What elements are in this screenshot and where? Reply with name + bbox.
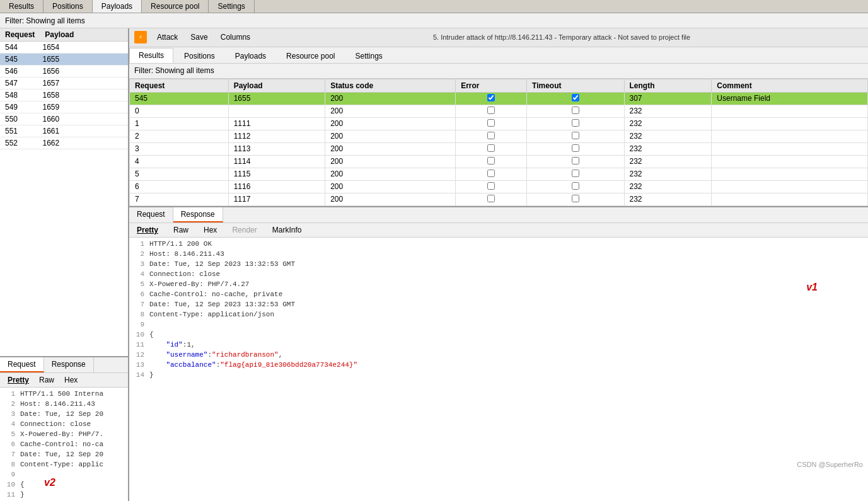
left-table-row[interactable]: 5491659 [0, 101, 128, 113]
table-row[interactable]: 0 200 232 [130, 105, 868, 117]
bottom-format-markinfo[interactable]: MarkInfo [267, 224, 307, 236]
outer-tab-payloads[interactable]: Payloads [93, 0, 142, 13]
left-format-hex[interactable]: Hex [59, 374, 83, 386]
line-content: Date: Tue, 12 Sep 2023 13:32:53 GMT [149, 299, 295, 309]
line-number: 11 [132, 340, 144, 350]
left-table-row[interactable]: 5511661 [0, 125, 128, 137]
col-error[interactable]: Error [456, 79, 527, 92]
left-code-line: 8Content-Type: applic [3, 459, 125, 469]
cell-length: 232 [624, 142, 712, 155]
bottom-code-line: 10{ [132, 330, 865, 340]
timeout-checkbox[interactable] [572, 132, 579, 139]
left-table-row[interactable]: 5441654 [0, 42, 128, 54]
cell-timeout [527, 193, 625, 205]
table-row[interactable]: 3 1113 200 232 [130, 142, 868, 155]
col-request[interactable]: Request [130, 79, 229, 92]
left-table-row[interactable]: 5451655 [0, 54, 128, 66]
table-row[interactable]: 4 1114 200 232 [130, 155, 868, 168]
timeout-checkbox[interactable] [572, 182, 579, 190]
csdn-watermark: CSDN @SuperherRo [797, 461, 863, 468]
error-checkbox[interactable] [487, 107, 495, 114]
save-button[interactable]: Save [188, 32, 210, 42]
bottom-tab-bar: Request Response [129, 207, 868, 223]
col-timeout[interactable]: Timeout [527, 79, 625, 92]
line-number: 10 [132, 330, 144, 340]
bottom-format-raw[interactable]: Raw [168, 224, 194, 236]
line-content: HTTP/1.1 200 OK [149, 239, 212, 249]
bottom-code-line: 13 "accbalance":"flag{api9_81e306bdd20a7… [132, 360, 865, 370]
cell-timeout [527, 180, 625, 193]
bottom-tab-response[interactable]: Response [173, 207, 223, 222]
cell-length: 232 [624, 155, 712, 168]
timeout-checkbox[interactable] [572, 119, 579, 127]
bottom-code-line: 3Date: Tue, 12 Sep 2023 13:32:53 GMT [132, 259, 865, 269]
error-checkbox[interactable] [487, 170, 495, 177]
line-content: Cache-Control: no-cache, private [149, 289, 282, 299]
inner-tab-settings[interactable]: Settings [345, 49, 391, 63]
col-comment[interactable]: Comment [712, 79, 868, 92]
line-number: 5 [3, 429, 15, 439]
cell-length: 232 [624, 117, 712, 130]
col-length[interactable]: Length [624, 79, 712, 92]
left-table-row[interactable]: 5521662 [0, 137, 128, 149]
error-checkbox[interactable] [487, 119, 495, 127]
error-checkbox[interactable] [487, 182, 495, 190]
error-checkbox[interactable] [487, 144, 495, 152]
table-row[interactable]: 545 1655 200 307 Username Field [130, 92, 868, 105]
table-row[interactable]: 1 1111 200 232 [130, 117, 868, 130]
line-number: 3 [132, 259, 144, 269]
left-table-row[interactable]: 5481658 [0, 89, 128, 101]
table-row[interactable]: 6 1116 200 232 [130, 180, 868, 193]
cell-timeout [527, 117, 625, 130]
timeout-checkbox[interactable] [572, 107, 579, 114]
columns-button[interactable]: Columns [218, 32, 253, 42]
timeout-checkbox[interactable] [572, 144, 579, 152]
table-row[interactable]: 7 1117 200 232 [130, 193, 868, 205]
bottom-format-pretty[interactable]: Pretty [132, 224, 163, 236]
error-checkbox[interactable] [487, 157, 495, 164]
cell-error [456, 180, 527, 193]
left-row-payload: 1662 [37, 137, 128, 149]
timeout-checkbox[interactable] [572, 94, 579, 101]
left-tab-request[interactable]: Request [0, 357, 44, 372]
left-code-line: 5X-Powered-By: PHP/7. [3, 429, 125, 439]
left-format-pretty[interactable]: Pretty [3, 374, 34, 386]
col-status[interactable]: Status code [325, 79, 456, 92]
timeout-checkbox[interactable] [572, 195, 579, 202]
bottom-format-hex[interactable]: Hex [199, 224, 222, 236]
cell-request: 545 [130, 92, 229, 105]
table-row[interactable]: 2 1112 200 232 [130, 130, 868, 142]
filter-text: Filter: Showing all items [134, 66, 214, 75]
left-tab-response[interactable]: Response [44, 357, 94, 372]
bottom-tab-request[interactable]: Request [129, 207, 173, 222]
left-row-payload: 1655 [37, 54, 128, 65]
outer-tab-settings[interactable]: Settings [209, 0, 254, 13]
left-format-raw[interactable]: Raw [34, 374, 59, 386]
inner-tab-resource-pool[interactable]: Resource pool [277, 49, 344, 63]
col-payload[interactable]: Payload [228, 79, 325, 92]
outer-tab-results[interactable]: Results [0, 0, 43, 13]
left-row-payload: 1657 [37, 78, 128, 89]
inner-tab-results[interactable]: Results [129, 48, 173, 63]
left-format-tab-bar: Pretty Raw Hex [0, 373, 128, 388]
timeout-checkbox[interactable] [572, 170, 579, 177]
cell-payload: 1111 [228, 117, 325, 130]
left-table-row[interactable]: 5471657 [0, 78, 128, 89]
outer-tab-positions[interactable]: Positions [43, 0, 93, 13]
left-code-line: 3Date: Tue, 12 Sep 20 [3, 409, 125, 419]
error-checkbox[interactable] [487, 195, 495, 202]
table-row[interactable]: 5 1115 200 232 [130, 168, 868, 180]
bottom-code-area: 1HTTP/1.1 200 OK2Host: 8.146.211.433Date… [129, 238, 868, 471]
timeout-checkbox[interactable] [572, 157, 579, 164]
error-checkbox[interactable] [487, 132, 495, 139]
left-table-row[interactable]: 5461656 [0, 66, 128, 78]
outer-tab-resource-pool[interactable]: Resource pool [142, 0, 209, 13]
left-table-row[interactable]: 5501660 [0, 113, 128, 125]
error-checkbox[interactable] [487, 94, 495, 101]
left-row-payload: 1661 [37, 125, 128, 137]
cell-comment [712, 180, 868, 193]
inner-tab-payloads[interactable]: Payloads [226, 49, 275, 63]
attack-button[interactable]: Attack [154, 32, 180, 42]
line-number: 5 [132, 279, 144, 289]
inner-tab-positions[interactable]: Positions [175, 49, 224, 63]
